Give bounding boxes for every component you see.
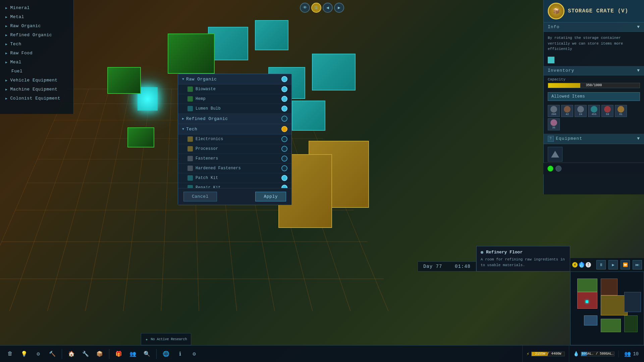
metal-arrow: ▶ [5,15,8,19]
capacity-value: 350/1000 [548,83,640,88]
tools-icon[interactable]: 🔧 [81,349,90,359]
play-button[interactable]: ▶ [608,260,618,269]
biowaste-toggle[interactable] [281,86,287,92]
cancel-button[interactable]: Cancel [183,192,217,201]
info-icon[interactable]: ℹ [175,349,185,359]
minimap-controls: ⚡ 💧 ↑ ⏸ ▶ ⏩ ⏭ [570,258,644,272]
modal-item-electronics[interactable]: Electronics [178,134,291,144]
icon-left[interactable]: ◀ [323,3,333,13]
inv-item-3[interactable]: 455 [588,105,600,117]
storage-icon[interactable]: 📦 [95,349,104,359]
tech-toggle[interactable] [281,126,287,132]
icon-eye[interactable]: 👁 [300,3,310,13]
equipment-chevron-icon: ▼ [637,136,640,141]
allowed-items-modal: ▼ Raw Organic Biowaste Hemp Lumen Bulb [178,74,292,205]
icon-right[interactable]: ▶ [334,3,344,13]
bottom-icons-group: 🗑 💡 ⚙ 🔨 🏠 🔧 📦 🎁 👥 🔍 🌐 ℹ ⚙ [0,349,522,359]
modal-item-hemp[interactable]: Hemp [178,94,291,104]
fasteners-toggle[interactable] [281,156,287,162]
minimap[interactable] [570,272,644,345]
repair-kit-toggle[interactable] [281,185,287,188]
trash-icon[interactable]: 🗑 [5,349,15,359]
icon-1[interactable]: ① [311,3,321,13]
modal-item-processor[interactable]: Processor [178,144,291,154]
fasteners-icon [187,156,193,161]
inv-item-4[interactable]: 59 [601,105,613,117]
modal-item-patch-kit[interactable]: Patch Kit [178,173,291,183]
left-sidebar: ▶ Mineral ▶ Metal ▶ Raw Organic ▶ Refine… [0,0,74,114]
allowed-items-button[interactable]: Allowed Items [548,92,640,101]
refined-organic-toggle[interactable] [281,116,287,122]
machine-arrow: ▶ [5,87,8,92]
patch-kit-toggle[interactable] [281,175,287,181]
sidebar-item-vehicle-equipment[interactable]: ▶ Vehicle Equipment [0,76,73,85]
cyan-color-swatch [548,57,554,63]
player-indicator [586,300,588,303]
top-icons-bar: 👁 ① ◀ ▶ [300,3,344,13]
sidebar-item-raw-organic[interactable]: ▶ Raw Organic [0,21,73,31]
globe-icon[interactable]: 🌐 [161,349,171,359]
inventory-section-header[interactable]: Inventory ▼ [544,66,644,75]
inv-item-6[interactable]: 35 [548,118,560,130]
equipment-help-icon[interactable]: ? [548,136,554,142]
apply-button[interactable]: Apply [255,192,286,201]
search-icon[interactable]: 🔍 [142,349,152,359]
equipment-section-header[interactable]: ? Equipment ▼ [544,134,644,144]
day-time-display: Day 77 01:48 [418,261,476,272]
green-crate-1 [168,34,215,74]
modal-category-refined-organic[interactable]: ▶ Refined Organic [178,114,291,124]
gear-icon[interactable]: ⚙ [190,349,199,359]
sidebar-item-colonist-equipment[interactable]: ▶ Colonist Equipment [0,94,73,103]
sidebar-item-metal[interactable]: ▶ Metal [0,12,73,21]
separator-2 [109,349,109,359]
settings-cog-icon[interactable]: ⚙ [34,349,43,359]
modal-buttons: Cancel Apply [178,188,291,205]
inv-item-0[interactable]: 296 [548,105,560,117]
build-icon[interactable]: 🔨 [48,349,57,359]
inv-item-1[interactable]: 42 [561,105,573,117]
processor-toggle[interactable] [281,146,287,152]
modal-category-raw-organic[interactable]: ▼ Raw Organic [178,74,291,84]
refinery-tooltip: Refinery Floor A room for refining raw i… [476,246,570,272]
modal-item-hardened-fasteners[interactable]: Hardened Fasteners [178,164,291,173]
modal-item-fasteners[interactable]: Fasteners [178,154,291,164]
zone-icon[interactable]: 🏠 [67,349,76,359]
modal-inner: ▼ Raw Organic Biowaste Hemp Lumen Bulb [178,74,291,205]
sidebar-item-fuel[interactable]: Fuel [0,67,73,76]
teal-crate-5 [292,101,325,131]
electronics-toggle[interactable] [281,136,287,142]
sidebar-item-raw-food[interactable]: ▶ Raw Food [0,49,73,58]
status-gray-dot [555,166,561,172]
sidebar-item-refined-organic[interactable]: ▶ Refined Organic [0,31,73,40]
inv-item-5[interactable]: 61 [615,105,627,117]
raw-organic-toggle[interactable] [281,76,287,82]
inv-item-2[interactable]: 24 [575,105,587,117]
status-green-dot [547,166,553,172]
patch-kit-icon [187,175,193,181]
modal-item-repair-kit[interactable]: Repair Kit [178,183,291,188]
sidebar-item-machine-equipment[interactable]: ▶ Machine Equipment [0,85,73,94]
water-stat: 💧 80GAL. / 500GAL. [569,346,619,362]
info-section-header[interactable]: Info ▼ [544,22,644,32]
hardened-fasteners-toggle[interactable] [281,165,287,171]
power-value: 2155W / 4400W [532,352,565,356]
modal-scroll-area[interactable]: ▼ Raw Organic Biowaste Hemp Lumen Bulb [178,74,291,188]
modal-item-biowaste[interactable]: Biowaste [178,84,291,94]
teal-crate-4 [312,54,356,90]
sidebar-item-tech[interactable]: ▶ Tech [0,40,73,49]
fast-forward-button[interactable]: ⏩ [621,260,630,269]
sidebar-item-meal[interactable]: ▶ Meal [0,58,73,67]
fastest-button[interactable]: ⏭ [633,260,642,269]
storage-crate-icon: 📦 [548,3,565,19]
modal-item-lumen-bulb[interactable]: Lumen Bulb [178,104,291,114]
up-icon: ↑ [586,262,591,267]
box-icon[interactable]: 🎁 [114,349,123,359]
people-icon[interactable]: 👥 [128,349,138,359]
day-label: Day 77 [423,264,442,269]
pause-button[interactable]: ⏸ [596,260,606,269]
lumen-bulb-toggle[interactable] [281,106,287,112]
bulb-icon[interactable]: 💡 [19,349,29,359]
sidebar-item-mineral[interactable]: ▶ Mineral [0,3,73,12]
modal-category-tech[interactable]: ▼ Tech [178,124,291,134]
hemp-toggle[interactable] [281,96,287,102]
